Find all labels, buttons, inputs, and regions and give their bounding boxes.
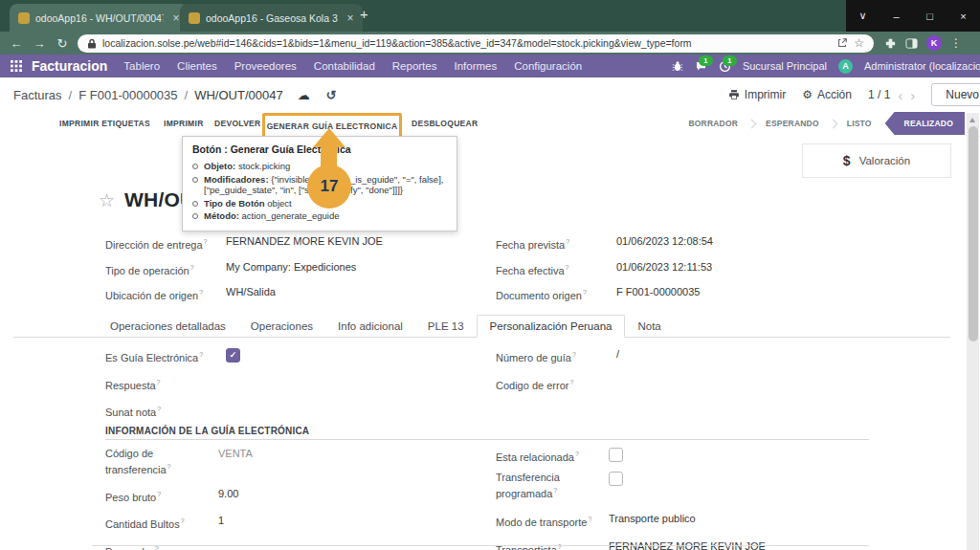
browser-window: odooApp16 - WH/OUT/00047 × odooApp16 - G… <box>0 0 980 550</box>
window-close-icon[interactable]: × <box>947 0 980 32</box>
discard-changes-icon[interactable]: ↺ <box>326 89 337 101</box>
apps-grid-icon[interactable] <box>11 60 22 72</box>
field-value[interactable]: / <box>616 348 619 361</box>
status-listo[interactable]: LISTO <box>837 119 881 128</box>
field-label: Dirección de entrega <box>105 239 203 251</box>
tab-operaciones[interactable]: Operaciones <box>238 315 325 337</box>
hint-marker: ? <box>199 289 203 296</box>
esta-relacionada-checkbox[interactable] <box>609 448 623 462</box>
url-text[interactable]: localizacion.solse.pe/web#id=146&cids=1&… <box>102 37 831 49</box>
field-value[interactable]: 1 <box>218 515 224 527</box>
field-value[interactable]: 01/06/2023 12:08:54 <box>616 235 713 248</box>
menu-proveedores[interactable]: Proveedores <box>234 60 297 72</box>
new-tab-button[interactable]: + <box>360 7 368 21</box>
hint-marker: ? <box>167 463 171 470</box>
field-value[interactable]: F F001-00000035 <box>616 286 700 298</box>
company-switcher[interactable]: Sucursal Principal <box>743 60 827 72</box>
page-scrollbar[interactable] <box>967 113 979 550</box>
window-maximize-icon[interactable]: □ <box>913 0 947 32</box>
tab-close-icon[interactable]: × <box>344 12 357 24</box>
section-bottom-divider <box>92 545 869 546</box>
print-menu[interactable]: Imprimir <box>728 88 786 101</box>
browser-toolbar-right: K ⋮ <box>884 35 962 51</box>
field-value[interactable]: 01/06/2023 12:11:53 <box>616 261 712 274</box>
tab-nota[interactable]: Nota <box>625 315 673 337</box>
window-controls: ∨ – □ × <box>846 0 980 32</box>
activities-badge: 1 <box>723 55 737 66</box>
print-button[interactable]: IMPRIMIR <box>164 112 204 135</box>
bookmark-star-icon[interactable]: ☆ <box>854 37 864 49</box>
hint-marker: ? <box>583 289 587 296</box>
lock-icon <box>87 38 97 49</box>
menu-reportes[interactable]: Reportes <box>392 60 437 72</box>
tooltip-method: Método: action_generate_eguide <box>192 210 447 222</box>
back-icon[interactable]: ← <box>9 36 24 51</box>
new-button[interactable]: Nuevo <box>931 83 980 106</box>
unlock-button[interactable]: DESBLOQUEAR <box>412 112 478 135</box>
status-realizado-active[interactable]: REALIZADO <box>885 112 965 135</box>
url-bar[interactable]: localizacion.solse.pe/web#id=146&cids=1&… <box>78 34 874 53</box>
menu-tablero[interactable]: Tablero <box>123 60 160 72</box>
app-name[interactable]: Facturacion <box>32 58 107 74</box>
extensions-puzzle-icon[interactable] <box>884 37 897 50</box>
field-value[interactable]: VENTA <box>218 448 253 460</box>
tab-info-adicional[interactable]: Info adicional <box>325 315 415 337</box>
browser-tab-inactive[interactable]: odooApp16 - Gaseosa Kola 3L × <box>180 4 363 32</box>
pager-previous-icon[interactable]: ‹ <box>898 88 902 102</box>
browser-tab-active[interactable]: odooApp16 - WH/OUT/00047 × <box>10 4 189 32</box>
return-button[interactable]: DEVOLVER <box>214 112 261 135</box>
breadcrumb-facturas[interactable]: Facturas <box>13 88 62 102</box>
action-menu[interactable]: ⚙ Acción <box>802 88 852 101</box>
statusbar: BORRADOR ESPERANDO LISTO REALIZADO <box>679 112 965 135</box>
es-guia-electronica-checkbox[interactable]: ✓ <box>226 348 240 363</box>
window-menu-icon[interactable]: ∨ <box>846 0 880 32</box>
breadcrumb-invoice[interactable]: F F001-00000035 <box>78 88 177 102</box>
share-icon[interactable] <box>836 37 848 49</box>
forward-icon[interactable]: → <box>32 36 47 51</box>
pager-value: 1 / 1 <box>868 88 890 101</box>
field-value[interactable]: FERNANDEZ MORE KEVIN JOE <box>226 235 383 248</box>
menu-configuracion[interactable]: Configuración <box>514 60 582 72</box>
hint-marker: ? <box>553 487 557 494</box>
pager-next-icon[interactable]: › <box>910 88 915 102</box>
field-value[interactable]: Transporte publico <box>609 513 696 525</box>
save-cloud-icon[interactable]: ☁ <box>298 89 310 101</box>
field-value[interactable]: 9.00 <box>218 488 238 500</box>
menu-informes[interactable]: Informes <box>454 60 497 72</box>
browser-menu-icon[interactable]: ⋮ <box>950 36 962 50</box>
debug-bug-icon[interactable] <box>672 60 683 72</box>
tab-ple-13[interactable]: PLE 13 <box>415 315 477 337</box>
menu-clientes[interactable]: Clientes <box>177 60 217 72</box>
side-panel-icon[interactable] <box>905 37 918 50</box>
field-value[interactable]: WH/Salida <box>226 286 276 298</box>
tab-personalizacion-peruana[interactable]: Personalización Peruana <box>477 315 626 338</box>
field-label: Ubicación de origen <box>105 290 198 301</box>
status-borrador[interactable]: BORRADOR <box>679 119 747 128</box>
hint-marker: ? <box>569 379 573 385</box>
messages-icon[interactable]: 1 <box>695 60 707 72</box>
user-menu[interactable]: Administrator (localizacion) <box>864 60 980 72</box>
action-menu-label: Acción <box>817 88 852 101</box>
section-column-left: Código de transferencia? VENTA Peso brut… <box>105 448 480 550</box>
browser-profile-avatar[interactable]: K <box>926 35 942 51</box>
field-fecha-efectiva: Fecha efectiva? 01/06/2023 12:11:53 <box>496 261 871 277</box>
print-labels-button[interactable]: IMPRIMIR ETIQUETAS <box>59 112 150 135</box>
activities-clock-icon[interactable]: 1 <box>719 60 731 73</box>
field-value[interactable]: My Company: Expediciones <box>226 261 356 274</box>
scrollbar-up-icon[interactable] <box>969 118 975 122</box>
menu-contabilidad[interactable]: Contabilidad <box>314 60 375 72</box>
field-cantidad-bultos: Cantidad Bultos? 1 <box>105 515 480 531</box>
user-avatar[interactable]: A <box>838 59 853 74</box>
hint-marker: ? <box>181 517 185 524</box>
reload-icon[interactable]: ↻ <box>55 36 70 51</box>
valuation-smart-button[interactable]: $ Valoración <box>802 143 951 178</box>
transferencia-programada-checkbox[interactable] <box>609 472 623 486</box>
status-esperando[interactable]: ESPERANDO <box>756 119 829 128</box>
favorite-star-icon[interactable]: ☆ <box>99 191 115 209</box>
tab-operaciones-detalladas[interactable]: Operaciones detalladas <box>98 315 238 337</box>
window-minimize-icon[interactable]: – <box>880 0 913 32</box>
eguide-section-grid: Código de transferencia? VENTA Peso brut… <box>105 448 871 550</box>
browser-tabstrip: odooApp16 - WH/OUT/00047 × odooApp16 - G… <box>0 0 980 32</box>
section-column-right: Esta relacionada? Transferencia programa… <box>496 448 871 550</box>
scrollbar-thumb[interactable] <box>969 126 978 341</box>
